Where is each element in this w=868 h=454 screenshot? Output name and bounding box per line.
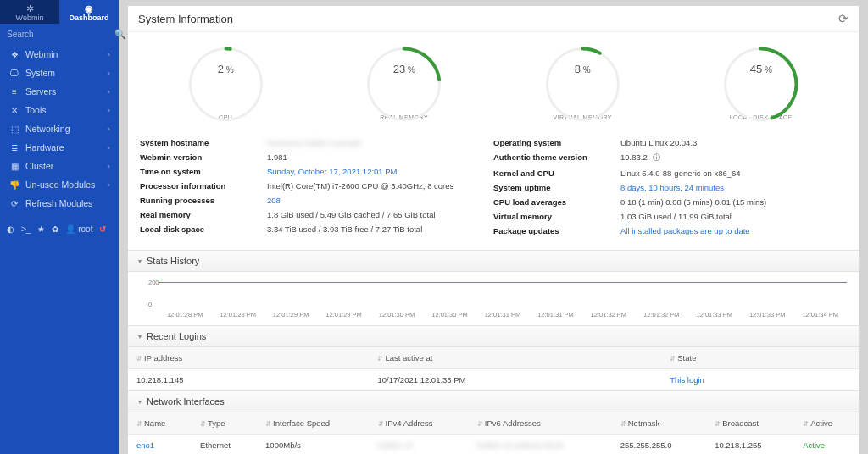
cell-name[interactable]: eno1	[128, 435, 192, 455]
info-value: Linux 5.4.0-88-generic on x86_64	[620, 169, 847, 178]
sidebar-item-cluster[interactable]: ▦Cluster›	[0, 157, 119, 175]
info-row: Time on systemSunday, October 17, 2021 1…	[140, 164, 493, 179]
th-last[interactable]: ⇵Last active at	[369, 347, 661, 369]
chevron-right-icon: ›	[108, 125, 110, 133]
info-value[interactable]: 8 days, 10 hours, 24 minutes	[620, 183, 847, 192]
info-value: hostname hidden example	[267, 138, 493, 147]
sidebar-item-label: System	[25, 68, 108, 78]
settings-icon[interactable]: ✿	[52, 224, 58, 234]
info-row: Processor informationIntel(R) Core(TM) i…	[140, 179, 493, 193]
stats-yzero: 0	[148, 301, 152, 308]
stats-xtick: 12:01:29 PM	[326, 311, 362, 318]
topnav-dashboard-label: Dashboard	[69, 14, 108, 22]
topnav-dashboard[interactable]: ◉ Dashboard	[59, 0, 119, 24]
info-value: 1.981	[267, 152, 493, 162]
gauge-value: 2 %	[186, 63, 266, 75]
system-info-panel: System Information ⟳ 2 %CPU23 %REAL MEMO…	[127, 5, 860, 454]
sidebar-item-label: Hardware	[25, 142, 108, 152]
sidebar-item-un-used-modules[interactable]: 👎Un-used Modules›	[0, 175, 119, 194]
info-value: 19.83.2 ⓘ	[620, 152, 847, 163]
cell-active: Active	[794, 435, 859, 455]
sidebar-item-label: Networking	[25, 124, 108, 134]
info-col-right: Operating systemUbuntu Linux 20.04.3Auth…	[493, 136, 847, 238]
info-value: Intel(R) Core(TM) i7-2600 CPU @ 3.40GHz,…	[267, 181, 493, 191]
info-label: System hostname	[140, 138, 267, 147]
chevron-right-icon: ›	[108, 181, 110, 189]
user-label[interactable]: 👤 root	[65, 224, 92, 234]
info-value[interactable]: 208	[267, 196, 493, 205]
stats-plot: 200 0	[159, 277, 847, 311]
search-input[interactable]	[7, 30, 114, 39]
sidebar-item-refresh-modules[interactable]: ⟳Refresh Modules	[0, 194, 119, 213]
th-bc[interactable]: ⇵Broadcast	[706, 412, 794, 435]
gauge-vmem: 8 %VIRTUAL MEMORY	[493, 44, 672, 120]
th-type[interactable]: ⇵Type	[192, 412, 257, 435]
th-mask[interactable]: ⇵Netmask	[612, 412, 706, 435]
stats-xtick: 12:01:31 PM	[485, 311, 521, 318]
th-v4[interactable]: ⇵IPv4 Address	[370, 412, 469, 435]
nav-list: ❖Webmin›🖵System›≡Servers›✕Tools›⬚Network…	[0, 45, 119, 213]
logins-header[interactable]: ▾ Recent Logins	[128, 325, 859, 347]
stats-xtick: 12:01:29 PM	[273, 311, 309, 318]
th-v6[interactable]: ⇵IPv6 Addresses	[469, 412, 612, 435]
logout-icon[interactable]: ↺	[99, 224, 106, 234]
info-label: CPU load averages	[493, 197, 620, 207]
chevron-right-icon: ›	[108, 88, 110, 96]
info-row: System uptime8 days, 10 hours, 24 minute…	[493, 180, 847, 195]
gauge-value: 8 %	[542, 63, 623, 75]
cell-last: 10/17/2021 12:01:33 PM	[369, 369, 661, 391]
stats-xtick: 12:01:31 PM	[537, 311, 574, 318]
sidebar-item-label: Servers	[25, 86, 108, 97]
ifaces-header[interactable]: ▾ Network Interfaces	[128, 390, 859, 412]
th-name[interactable]: ⇵Name	[128, 412, 192, 435]
info-label: Local disk space	[140, 224, 267, 234]
sidebar-item-webmin[interactable]: ❖Webmin›	[0, 45, 119, 64]
info-value: 3.34 TiB used / 3.93 TiB free / 7.27 TiB…	[267, 224, 493, 234]
stats-title: Stats History	[147, 256, 199, 266]
info-row: Running processes208	[140, 193, 493, 208]
gauge-value: 23 %	[364, 63, 444, 75]
sidebar-item-label: Un-used Modules	[25, 180, 108, 190]
table-row: eno1Ethernet1000Mb/shidden v4hidden v6 a…	[128, 435, 859, 455]
info-value[interactable]: All installed packages are up to date	[620, 226, 847, 235]
info-label: Processor information	[140, 181, 267, 191]
sidebar-item-system[interactable]: 🖵System›	[0, 64, 119, 82]
refresh-icon[interactable]: ⟳	[838, 12, 849, 25]
info-label: Webmin version	[140, 152, 267, 162]
th-ip[interactable]: ⇵IP address	[128, 347, 369, 369]
sidebar-item-tools[interactable]: ✕Tools›	[0, 101, 119, 119]
logins-title: Recent Logins	[147, 331, 206, 341]
gauge-value: 45 %	[721, 63, 801, 75]
nav-icon: ⬚	[8, 125, 20, 134]
th-state[interactable]: ⇵State	[661, 347, 859, 369]
info-value[interactable]: Sunday, October 17, 2021 12:01 PM	[267, 167, 493, 176]
info-value: 1.03 GiB used / 11.99 GiB total	[620, 212, 847, 221]
stats-header[interactable]: ▾ Stats History	[128, 250, 859, 272]
stats-xtick: 12:01:33 PM	[696, 311, 732, 318]
sidebar-item-hardware[interactable]: ≣Hardware›	[0, 138, 119, 157]
stats-xtick: 12:01:32 PM	[643, 311, 680, 318]
logins-table: ⇵IP address ⇵Last active at ⇵State 10.21…	[128, 347, 859, 390]
sidebar-item-networking[interactable]: ⬚Networking›	[0, 119, 119, 138]
favorites-icon[interactable]: ★	[37, 224, 45, 234]
gauge-cpu: 2 %CPU	[136, 44, 315, 120]
nav-icon: ≡	[8, 87, 20, 97]
info-label: Time on system	[140, 167, 267, 176]
terminal-icon[interactable]: >_	[21, 224, 31, 234]
th-speed[interactable]: ⇵Interface Speed	[257, 412, 370, 435]
th-act[interactable]: ⇵Active	[794, 412, 859, 435]
sidebar-item-servers[interactable]: ≡Servers›	[0, 82, 119, 101]
bottom-bar: ◐ >_ ★ ✿ 👤 root ↺	[0, 219, 119, 239]
system-info-title: System Information	[138, 13, 838, 25]
night-mode-icon[interactable]: ◐	[7, 224, 14, 234]
cell-state[interactable]: This login	[661, 369, 859, 391]
info-label: System uptime	[493, 183, 620, 192]
stats-xtick: 12:01:34 PM	[802, 311, 838, 318]
stats-xtick: 12:01:30 PM	[379, 311, 415, 318]
topnav-webmin-label: Webmin	[16, 14, 44, 22]
info-label: Package updates	[493, 226, 620, 235]
info-icon[interactable]: ⓘ	[651, 153, 661, 162]
topnav-webmin[interactable]: ✲ Webmin	[0, 0, 59, 24]
nav-icon: ❖	[8, 50, 20, 59]
ifaces-table: ⇵Name ⇵Type ⇵Interface Speed ⇵IPv4 Addre…	[128, 412, 859, 454]
